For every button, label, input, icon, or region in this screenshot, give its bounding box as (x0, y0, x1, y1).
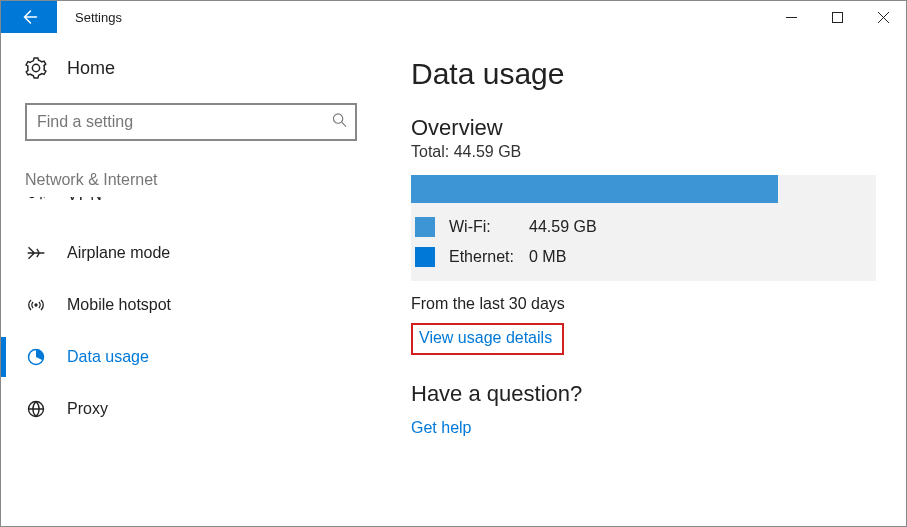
period-label: From the last 30 days (411, 295, 876, 313)
question-title: Have a question? (411, 381, 876, 407)
search-input[interactable] (25, 103, 357, 141)
usage-legend: Wi-Fi: 44.59 GB Ethernet: 0 MB (411, 203, 876, 267)
sidebar-section-header: Network & Internet (1, 171, 381, 197)
data-usage-icon (25, 346, 47, 368)
sidebar-item-data-usage[interactable]: Data usage (1, 331, 381, 383)
total-label: Total: 44.59 GB (411, 143, 876, 161)
highlight-annotation: View usage details (411, 323, 564, 355)
gear-icon (25, 57, 47, 79)
proxy-icon (25, 398, 47, 420)
minimize-button[interactable] (768, 1, 814, 33)
sidebar-item-label: VPN (67, 197, 103, 204)
svg-rect-0 (832, 12, 842, 22)
maximize-icon (832, 12, 843, 23)
back-button[interactable] (1, 1, 57, 33)
home-label: Home (67, 58, 115, 79)
svg-point-3 (34, 303, 37, 306)
usage-chart: Wi-Fi: 44.59 GB Ethernet: 0 MB (411, 175, 876, 281)
maximize-button[interactable] (814, 1, 860, 33)
sidebar-item-label: Airplane mode (67, 244, 170, 262)
usage-bar (411, 175, 876, 203)
svg-point-1 (333, 114, 342, 123)
title-bar: Settings (1, 1, 906, 33)
home-button[interactable]: Home (1, 57, 381, 103)
sidebar-item-hotspot[interactable]: Mobile hotspot (1, 279, 381, 331)
sidebar-item-label: Proxy (67, 400, 108, 418)
sidebar-item-airplane[interactable]: Airplane mode (1, 227, 381, 279)
legend-ethernet-value: 0 MB (529, 248, 566, 266)
page-title: Data usage (411, 57, 876, 91)
back-arrow-icon (20, 8, 38, 26)
legend-wifi-label: Wi-Fi: (449, 218, 529, 236)
airplane-icon (25, 242, 47, 264)
legend-row-wifi: Wi-Fi: 44.59 GB (415, 217, 876, 237)
swatch-wifi (415, 217, 435, 237)
hotspot-icon (25, 294, 47, 316)
search-icon (332, 113, 347, 132)
view-details-link[interactable]: View usage details (419, 329, 552, 346)
search-box (25, 103, 357, 141)
main-panel: Data usage Overview Total: 44.59 GB Wi-F… (381, 33, 906, 526)
usage-bar-wifi (411, 175, 778, 203)
sidebar-item-label: Data usage (67, 348, 149, 366)
get-help-link[interactable]: Get help (411, 419, 471, 437)
swatch-ethernet (415, 247, 435, 267)
legend-ethernet-label: Ethernet: (449, 248, 529, 266)
window-title: Settings (57, 1, 122, 33)
window-controls (768, 1, 906, 33)
sidebar-item-label: Mobile hotspot (67, 296, 171, 314)
overview-title: Overview (411, 115, 876, 141)
vpn-icon (25, 197, 47, 206)
close-icon (878, 12, 889, 23)
sidebar: Home Network & Internet VPN A (1, 33, 381, 526)
svg-point-2 (29, 197, 34, 198)
close-button[interactable] (860, 1, 906, 33)
sidebar-item-vpn[interactable]: VPN (1, 197, 381, 227)
sidebar-item-proxy[interactable]: Proxy (1, 383, 381, 435)
legend-row-ethernet: Ethernet: 0 MB (415, 247, 876, 267)
legend-wifi-value: 44.59 GB (529, 218, 597, 236)
minimize-icon (786, 12, 797, 23)
